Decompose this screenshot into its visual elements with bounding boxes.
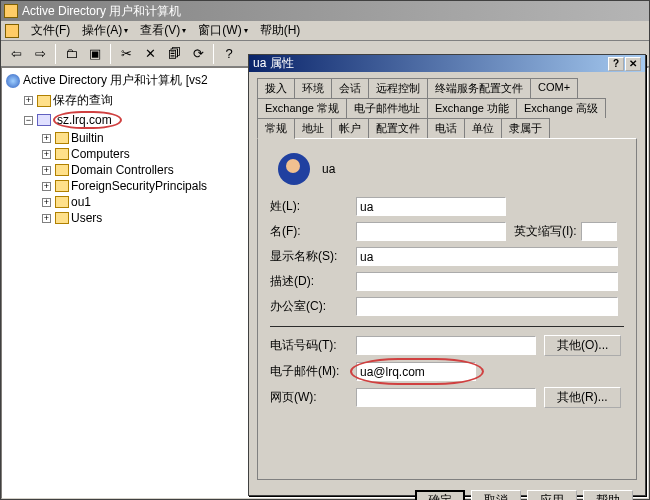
tree-label: Computers [71, 147, 130, 161]
menu-window[interactable]: 窗口(W)▾ [192, 20, 253, 41]
cut-icon[interactable]: ✂ [115, 43, 137, 65]
globe-icon [6, 74, 20, 88]
menubar: 文件(F) 操作(A)▾ 查看(V)▾ 窗口(W)▾ 帮助(H) [1, 21, 649, 41]
last-name-label: 姓(L): [270, 198, 356, 215]
tab-终端服务配置文件[interactable]: 终端服务配置文件 [427, 78, 531, 98]
app-icon [4, 4, 18, 18]
tab-电子邮件地址[interactable]: 电子邮件地址 [346, 98, 428, 118]
apply-button[interactable]: 应用 [527, 490, 577, 500]
menu-file[interactable]: 文件(F) [25, 20, 76, 41]
tree-label: Domain Controllers [71, 163, 174, 177]
first-name-label: 名(F): [270, 223, 356, 240]
folder-icon [55, 164, 69, 176]
tab-panel-general: ua 姓(L): 名(F): 英文缩写(I): 显示名称(S): 描述(D): [257, 138, 637, 480]
tree-label: ForeignSecurityPrincipals [71, 179, 207, 193]
menu-icon [5, 24, 19, 38]
description-label: 描述(D): [270, 273, 356, 290]
tab-单位[interactable]: 单位 [464, 118, 502, 139]
window-title: Active Directory 用户和计算机 [22, 3, 181, 20]
folder-icon [55, 180, 69, 192]
divider [270, 326, 624, 327]
domain-icon [37, 114, 51, 126]
tree-domain-label: sz.lrq.com [53, 111, 122, 129]
other-web-button[interactable]: 其他(R)... [544, 387, 621, 408]
user-head-icon [278, 153, 310, 185]
expander-icon[interactable]: + [24, 96, 33, 105]
toolbar-sep [110, 44, 111, 64]
dialog-titlebar[interactable]: ua 属性 ? ✕ [249, 55, 645, 72]
tab-远程控制[interactable]: 远程控制 [368, 78, 428, 98]
display-name-label: 显示名称(S): [270, 248, 356, 265]
tab-COM+[interactable]: COM+ [530, 78, 578, 98]
help-icon[interactable]: ? [218, 43, 240, 65]
user-name: ua [322, 162, 335, 176]
phone-label: 电话号码(T): [270, 337, 356, 354]
menu-help[interactable]: 帮助(H) [254, 20, 307, 41]
dialog-title: ua 属性 [253, 55, 294, 72]
forward-button[interactable]: ⇨ [29, 43, 51, 65]
email-highlight [356, 362, 476, 381]
expander-icon[interactable]: + [42, 182, 51, 191]
tab-会话[interactable]: 会话 [331, 78, 369, 98]
up-button[interactable]: 🗀 [60, 43, 82, 65]
menu-action[interactable]: 操作(A)▾ [76, 20, 134, 41]
other-phone-button[interactable]: 其他(O)... [544, 335, 621, 356]
folder-icon [55, 196, 69, 208]
refresh-icon[interactable]: ⟳ [187, 43, 209, 65]
first-name-field[interactable] [356, 222, 506, 241]
properties-dialog: ua 属性 ? ✕ 拨入环境会话远程控制终端服务配置文件COM+ Exchang… [248, 54, 646, 496]
cancel-button[interactable]: 取消 [471, 490, 521, 500]
web-field[interactable] [356, 388, 536, 407]
tab-帐户[interactable]: 帐户 [331, 118, 369, 139]
expander-icon[interactable]: + [42, 150, 51, 159]
expander-icon[interactable]: − [24, 116, 33, 125]
tab-配置文件[interactable]: 配置文件 [368, 118, 428, 139]
help-button[interactable]: ? [608, 57, 624, 71]
properties-icon[interactable]: 🗐 [163, 43, 185, 65]
phone-field[interactable] [356, 336, 536, 355]
user-header: ua [278, 153, 624, 185]
office-field[interactable] [356, 297, 618, 316]
expander-icon[interactable]: + [42, 134, 51, 143]
delete-icon[interactable]: ✕ [139, 43, 161, 65]
tab-row-2: Exchange 常规电子邮件地址Exchange 功能Exchange 高级 [257, 98, 637, 118]
main-titlebar: Active Directory 用户和计算机 [1, 1, 649, 21]
tree-label: 保存的查询 [53, 92, 113, 109]
folder-icon [37, 95, 51, 107]
tab-Exchange 功能[interactable]: Exchange 功能 [427, 98, 517, 118]
display-name-field[interactable] [356, 247, 618, 266]
tab-环境[interactable]: 环境 [294, 78, 332, 98]
tab-地址[interactable]: 地址 [294, 118, 332, 139]
tree-label: ou1 [71, 195, 91, 209]
tab-Exchange 常规[interactable]: Exchange 常规 [257, 98, 347, 118]
expander-icon[interactable]: + [42, 198, 51, 207]
tab-常规[interactable]: 常规 [257, 118, 295, 139]
back-button[interactable]: ⇦ [5, 43, 27, 65]
tab-隶属于[interactable]: 隶属于 [501, 118, 550, 139]
last-name-field[interactable] [356, 197, 506, 216]
show-button[interactable]: ▣ [84, 43, 106, 65]
tab-Exchange 高级[interactable]: Exchange 高级 [516, 98, 606, 118]
toolbar-sep [55, 44, 56, 64]
description-field[interactable] [356, 272, 618, 291]
tab-拨入[interactable]: 拨入 [257, 78, 295, 98]
tab-电话[interactable]: 电话 [427, 118, 465, 139]
tree-label: Users [71, 211, 102, 225]
folder-icon [55, 212, 69, 224]
dialog-buttons: 确定 取消 应用 帮助 [249, 484, 645, 500]
email-field[interactable] [356, 362, 476, 381]
tree-label: Builtin [71, 131, 104, 145]
toolbar-sep [213, 44, 214, 64]
tab-area: 拨入环境会话远程控制终端服务配置文件COM+ Exchange 常规电子邮件地址… [249, 72, 645, 484]
close-button[interactable]: ✕ [625, 57, 641, 71]
expander-icon[interactable]: + [42, 166, 51, 175]
ok-button[interactable]: 确定 [415, 490, 465, 500]
tab-row-3: 常规地址帐户配置文件电话单位隶属于 [257, 118, 637, 139]
web-label: 网页(W): [270, 389, 356, 406]
menu-view[interactable]: 查看(V)▾ [134, 20, 192, 41]
tree-root-label: Active Directory 用户和计算机 [vs2 [23, 72, 208, 89]
help-button[interactable]: 帮助 [583, 490, 633, 500]
folder-icon [55, 132, 69, 144]
expander-icon[interactable]: + [42, 214, 51, 223]
initials-field[interactable] [581, 222, 617, 241]
